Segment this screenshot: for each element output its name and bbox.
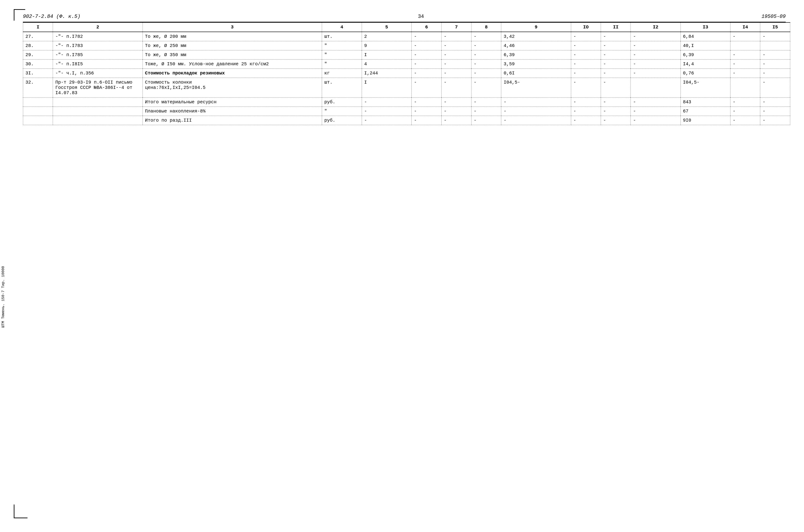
cell-1-4: шт. [322,32,362,41]
cell-9-9: - [501,116,571,125]
table-row: 29.-"- п.I785То же, Ø 350 мм"I---6,39---… [23,50,790,59]
cell-1-11: - [601,32,631,41]
cell-5-14: - [730,69,760,78]
cell-1-12: - [631,32,680,41]
col-header-6: 6 [412,22,441,32]
cell-1-2: -"- п.I782 [53,32,143,41]
cell-4-10: - [571,59,601,69]
cell-2-2: -"- п.I783 [53,41,143,50]
col-header-12: I2 [631,22,680,32]
cell-7-5: - [362,98,412,107]
cell-1-5: 2 [362,32,412,41]
cell-8-15: - [760,107,790,116]
cell-4-8: - [471,59,501,69]
side-text: ШТМ Тюмень. 150-7 Тир. 10000 [1,266,5,328]
cell-1-10: - [571,32,601,41]
cell-1-7: - [441,32,471,41]
header-right: 19505-09 [761,14,786,19]
col-header-14: I4 [730,22,760,32]
header-center: 34 [418,14,424,19]
cell-5-15: - [760,69,790,78]
cell-6-6: - [412,78,441,98]
cell-2-9: 4,46 [501,41,571,50]
cell-5-13: 0,76 [680,69,730,78]
cell-6-7: - [441,78,471,98]
cell-8-9: - [501,107,571,116]
cell-4-3: Тоже, Ø I50 мм. Услов-нoe давление 25 кг… [143,59,322,69]
cell-8-14: - [730,107,760,116]
cell-7-8: - [471,98,501,107]
col-header-4: 4 [322,22,362,32]
col-header-1: I [23,22,53,32]
table-row: Плановые накопления-8%"--------67-- [23,107,790,116]
cell-7-12: - [631,98,680,107]
cell-8-1 [23,107,53,116]
col-header-5: 5 [362,22,412,32]
main-table: I 2 3 4 5 6 7 8 9 IO II I2 I3 I4 I5 27.-… [23,22,790,125]
cell-5-10: - [571,69,601,78]
cell-3-3: То же, Ø 350 мм [143,50,322,59]
cell-1-1: 27. [23,32,53,41]
cell-6-8: - [471,78,501,98]
cell-4-4: " [322,59,362,69]
table-row: 28.-"- п.I783То же, Ø 250 мм"9---4,46---… [23,41,790,50]
cell-4-5: 4 [362,59,412,69]
cell-4-14: - [730,59,760,69]
cell-4-12: - [631,59,680,69]
cell-2-6: - [412,41,441,50]
cell-3-6: - [412,50,441,59]
cell-9-2 [53,116,143,125]
cell-9-11: - [601,116,631,125]
cell-4-6: - [412,59,441,69]
cell-6-3: Стоимость колонкицена:76хI,IхI,25=I04.5 [143,78,322,98]
cell-6-12 [631,78,680,98]
cell-3-14: - [730,50,760,59]
cell-7-4: руб. [322,98,362,107]
cell-3-7: - [441,50,471,59]
cell-3-1: 29. [23,50,53,59]
cell-4-7: - [441,59,471,69]
cell-5-3: Стоимость прокладок резиновых [143,69,322,78]
cell-4-2: -"- п.I8I5 [53,59,143,69]
cell-4-13: I4,4 [680,59,730,69]
cell-3-11: - [601,50,631,59]
cell-3-9: 6,39 [501,50,571,59]
cell-5-6: - [412,69,441,78]
cell-8-8: - [471,107,501,116]
cell-8-6: - [412,107,441,116]
cell-2-12: - [631,41,680,50]
table-row: Итого материальные ресурснруб.--------84… [23,98,790,107]
cell-6-5: I [362,78,412,98]
cell-4-15: - [760,59,790,69]
cell-3-4: " [322,50,362,59]
cell-7-1 [23,98,53,107]
cell-5-8: - [471,69,501,78]
cell-7-6: - [412,98,441,107]
cell-6-10: - [571,78,601,98]
cell-9-7: - [441,116,471,125]
table-row: 27.-"- п.I782То же, Ø 200 ммшт.2---3,42-… [23,32,790,41]
cell-8-3: Плановые накопления-8% [143,107,322,116]
cell-9-8: - [471,116,501,125]
header-left: 902-7-2.84 (Ф. к.5) [23,14,80,19]
cell-3-5: I [362,50,412,59]
cell-7-10: - [571,98,601,107]
cell-2-7: - [441,41,471,50]
cell-7-7: - [441,98,471,107]
page-header: 902-7-2.84 (Ф. к.5) 34 19505-09 [18,14,786,19]
cell-9-12: - [631,116,680,125]
cell-6-4: шт. [322,78,362,98]
cell-5-5: I,244 [362,69,412,78]
cell-4-11: - [601,59,631,69]
cell-5-4: кг [322,69,362,78]
cell-9-1 [23,116,53,125]
cell-1-3: То же, Ø 200 мм [143,32,322,41]
cell-3-8: - [471,50,501,59]
cell-8-13: 67 [680,107,730,116]
cell-7-14: - [730,98,760,107]
cell-2-15 [760,41,790,50]
column-header-row: I 2 3 4 5 6 7 8 9 IO II I2 I3 I4 I5 [23,22,790,32]
cell-7-15: - [760,98,790,107]
cell-1-6: - [412,32,441,41]
cell-9-3: Итого по разд.III [143,116,322,125]
